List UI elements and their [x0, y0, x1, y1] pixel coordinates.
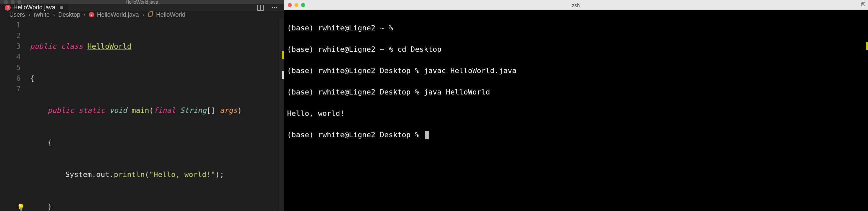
- editor-title: HelloWorld.java: [0, 0, 284, 5]
- split-editor-icon[interactable]: [257, 4, 264, 11]
- terminal-titlebar: zsh ⇱: [284, 0, 868, 10]
- terminal-line: Hello, world!: [287, 108, 865, 119]
- dirty-indicator-icon: [60, 6, 63, 9]
- chevron-right-icon: ›: [142, 11, 144, 18]
- svg-point-4: [276, 7, 277, 8]
- line-number: 1: [0, 20, 30, 30]
- terminal-line: (base) rwhite@Ligne2 ~ % cd Desktop: [287, 44, 865, 55]
- line-number: 7: [0, 84, 30, 95]
- editor-zoom-button[interactable]: [17, 0, 21, 4]
- terminal-minimize-button[interactable]: [294, 3, 299, 7]
- proxy-icon[interactable]: ⇱: [861, 1, 865, 8]
- editor-minimize-button[interactable]: [11, 0, 14, 4]
- line-number: 4: [0, 52, 30, 62]
- svg-point-2: [272, 7, 273, 8]
- more-actions-icon[interactable]: [271, 4, 278, 11]
- line-number: 3: [0, 41, 30, 52]
- svg-point-3: [274, 7, 275, 8]
- tab-label: HelloWorld.java: [13, 4, 55, 11]
- breadcrumb-rwhite: rwhite: [34, 11, 50, 18]
- code-line: {: [30, 73, 284, 84]
- tabbar-actions: [257, 4, 284, 11]
- breadcrumb-symbol: HelloWorld: [148, 11, 186, 18]
- code-line: System.out.println("Hello, world!");: [30, 169, 284, 180]
- editor-tabbar: J HelloWorld.java: [0, 4, 284, 11]
- line-number: 6: [0, 73, 30, 84]
- terminal-zoom-button[interactable]: [301, 3, 305, 7]
- code-line: public class HelloWorld: [30, 41, 284, 52]
- terminal-line: (base) rwhite@Ligne2 Desktop % javac Hel…: [287, 65, 865, 76]
- chevron-right-icon: ›: [28, 11, 30, 18]
- line-gutter: 1 2 3 4 5 6 7: [0, 20, 30, 211]
- java-file-icon: J: [89, 12, 94, 17]
- java-file-icon: J: [5, 5, 11, 11]
- terminal-body[interactable]: (base) rwhite@Ligne2 ~ % (base) rwhite@L…: [284, 10, 868, 211]
- terminal-window: zsh ⇱ (base) rwhite@Ligne2 ~ % (base) rw…: [284, 0, 868, 211]
- terminal-cursor: [425, 131, 429, 139]
- vscode-editor-window: HelloWorld.java J HelloWorld.java Users …: [0, 0, 284, 211]
- terminal-scroll-marker-icon: [866, 42, 868, 50]
- tab-helloworld[interactable]: J HelloWorld.java: [0, 4, 68, 11]
- breadcrumb-users: Users: [9, 11, 25, 18]
- code-content[interactable]: public class HelloWorld { public static …: [30, 20, 284, 211]
- code-line: {: [30, 137, 284, 148]
- code-editor[interactable]: 1 2 3 4 5 6 7 public class HelloWorld { …: [0, 18, 284, 211]
- breadcrumb[interactable]: Users › rwhite › Desktop › J HelloWorld.…: [0, 11, 284, 18]
- terminal-line: (base) rwhite@Ligne2 ~ %: [287, 23, 865, 33]
- chevron-right-icon: ›: [53, 11, 55, 18]
- class-symbol-icon: [148, 11, 154, 18]
- terminal-line: (base) rwhite@Ligne2 Desktop %: [287, 130, 865, 140]
- editor-close-button[interactable]: [4, 0, 8, 4]
- terminal-traffic-lights: [284, 3, 305, 7]
- breadcrumb-desktop: Desktop: [58, 11, 80, 18]
- line-number: 5: [0, 62, 30, 73]
- terminal-title: zsh: [284, 2, 868, 8]
- terminal-line: (base) rwhite@Ligne2 Desktop % java Hell…: [287, 87, 865, 98]
- minimap-scrollbar[interactable]: [279, 18, 284, 211]
- code-line: public static void main(final String[] a…: [30, 105, 284, 116]
- breadcrumb-file: J HelloWorld.java: [89, 11, 139, 18]
- editor-titlebar: HelloWorld.java: [0, 0, 284, 4]
- code-line: 💡 }: [30, 201, 284, 211]
- lightbulb-icon[interactable]: 💡: [17, 202, 25, 211]
- chevron-right-icon: ›: [84, 11, 86, 18]
- terminal-close-button[interactable]: [288, 3, 292, 7]
- editor-traffic-lights: [0, 0, 21, 4]
- line-number: 2: [0, 30, 30, 41]
